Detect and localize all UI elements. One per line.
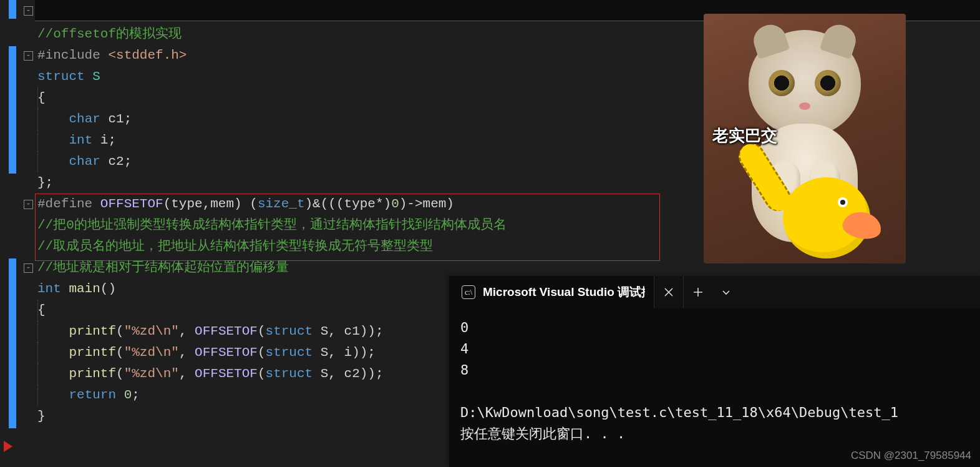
breakpoint-indicator-icon[interactable] xyxy=(4,441,12,452)
duck-bag-illustration xyxy=(739,159,870,258)
output-line: 4 xyxy=(460,341,468,356)
new-tab-button[interactable] xyxy=(683,276,712,308)
close-tab-button[interactable] xyxy=(654,276,683,308)
output-line: 8 xyxy=(460,362,468,378)
bookmark-icon[interactable] xyxy=(9,0,16,19)
output-prompt: 按任意键关闭此窗口. . . xyxy=(460,426,625,441)
tab-dropdown-button[interactable] xyxy=(712,276,740,308)
comment-text: //offsetof的模拟实现 xyxy=(37,27,182,41)
terminal-tab-title: Microsoft Visual Studio 调试控 xyxy=(483,284,645,300)
terminal-tab[interactable]: c:\ Microsoft Visual Studio 调试控 xyxy=(449,276,654,308)
plus-icon xyxy=(693,287,703,297)
terminal-tabbar: c:\ Microsoft Visual Studio 调试控 xyxy=(449,276,980,308)
chevron-down-icon xyxy=(721,287,731,297)
terminal-icon: c:\ xyxy=(462,285,475,299)
fold-toggle[interactable]: - xyxy=(24,6,33,16)
debug-console-window: c:\ Microsoft Visual Studio 调试控 0 4 8 D:… xyxy=(449,276,980,467)
meme-caption: 老实巴交 xyxy=(712,125,777,147)
close-icon xyxy=(664,287,674,297)
output-line: 0 xyxy=(460,320,468,335)
output-path: D:\KwDownload\song\test.c\test_11_18\x64… xyxy=(460,405,898,420)
meme-image-overlay: 老实巴交 xyxy=(704,14,906,263)
watermark-text: CSDN @2301_79585944 xyxy=(851,450,971,462)
terminal-output[interactable]: 0 4 8 D:\KwDownload\song\test.c\test_11_… xyxy=(449,308,980,453)
